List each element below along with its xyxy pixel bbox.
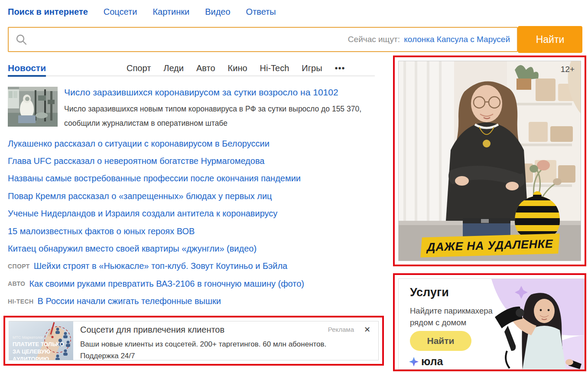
news-list-item: Лукашенко рассказал о ситуации с коронав… [8, 135, 375, 152]
news-list-item: 15 малоизвестных фактов о юных героях ВО… [8, 222, 375, 240]
bottom-ad-image-text-2: ЗА ЦЕЛЕВУЮ [13, 348, 51, 355]
tabs-more-button[interactable]: ••• [335, 63, 345, 73]
age-restriction-badge: 12+ [561, 65, 575, 74]
youla-find-button[interactable]: Найти [410, 331, 471, 351]
annotation-rectangle-youla-ad: Услуги Найдите парикмахера рядом с домом… [393, 273, 586, 371]
search-hint-query-link[interactable]: колонка Капсула с Марусей [404, 35, 510, 44]
bottom-ad-text-block: Соцсети для привлечения клиентов Ваши но… [80, 321, 378, 360]
lead-news-summary: Число заразившихся новым типом коронавир… [64, 102, 363, 131]
tab-news-active[interactable]: Новости [8, 63, 46, 73]
news-list-item: Ученые Нидерландов и Израиля создали ант… [8, 205, 375, 222]
news-list-item: Глава UFC рассказал о невероятном богатс… [8, 152, 375, 170]
beeline-ad-photo [399, 61, 581, 261]
tab-kino[interactable]: Кино [228, 63, 247, 73]
annotation-rectangle-beeline-ad: 12+ ДАЖЕ НА УДАЛЕНКЕ [393, 56, 586, 266]
close-icon[interactable]: ✕ [364, 325, 370, 334]
news-category-label: АВТО [8, 280, 25, 287]
lead-news-item: Число заразившихся коронавирусом за сутк… [8, 87, 375, 131]
youla-brand[interactable]: юла [409, 355, 443, 368]
ad-disclosure-label: Реклама [328, 326, 354, 333]
news-headline-link[interactable]: Ученые Нидерландов и Израиля создали ант… [8, 209, 277, 219]
nav-link-answers[interactable]: Ответы [246, 7, 276, 17]
tab-lady[interactable]: Леди [163, 63, 184, 73]
active-tab-indicator [8, 75, 46, 77]
nav-link-web-search[interactable]: Поиск в интернете [8, 7, 88, 17]
youla-brand-text: юла [421, 355, 443, 368]
bottom-ad-image-brand: МТС Маркетолог [13, 335, 43, 340]
search-trending-hint: Сейчас ищут: колонка Капсула с Марусей [348, 35, 510, 44]
bottom-ad-description-line1: Ваши новые клиенты из соцсетей. 200+ тар… [80, 338, 378, 350]
beeline-ribbon: ДАЖЕ НА УДАЛЕНКЕ [420, 234, 559, 258]
tab-hitech[interactable]: Hi-Tech [260, 63, 289, 73]
news-headline-link[interactable]: 15 малоизвестных фактов о юных героях ВО… [8, 226, 195, 236]
nav-link-social[interactable]: Соцсети [104, 7, 137, 17]
hospital-photo [8, 87, 58, 127]
news-list-item: СПОРТ Шейхи строят в «Ньюкасле» топ-клуб… [8, 258, 375, 275]
news-list-item: HI-TECH В России начали сжигать телефонн… [8, 293, 375, 310]
annotation-rectangle-bottom-ad: МТС Маркетолог ПЛАТИТЕ ТОЛЬКО ЗА ЦЕЛЕВУЮ… [3, 316, 384, 366]
youla-ad-subtitle: Найдите парикмахера рядом с домом [410, 305, 510, 328]
news-headline-link[interactable]: Китаец обнаружил вместо своей квартиры «… [8, 244, 257, 254]
news-tabs: Новости Спорт Леди Авто Кино Hi-Tech Игр… [8, 61, 375, 76]
search-submit-button[interactable]: Найти [518, 26, 582, 53]
lead-news-thumbnail[interactable] [8, 87, 58, 127]
news-list: Лукашенко рассказал о ситуации с коронав… [8, 135, 375, 310]
top-navigation: Поиск в интернете Соцсети Картинки Видео… [8, 7, 276, 17]
news-headline-link[interactable]: В России начали сжигать телефонные вышки [38, 296, 221, 306]
news-headline-link[interactable]: Как своими руками превратить ВАЗ-2106 в … [29, 279, 304, 289]
nav-link-video[interactable]: Видео [205, 7, 230, 17]
search-icon [16, 34, 27, 45]
bottom-ad-image-text-3: АУДИТОРИЮ [13, 356, 49, 360]
news-category-label: HI-TECH [8, 298, 34, 305]
youla-logo-icon [409, 357, 419, 366]
news-list-item: АВТО Как своими руками превратить ВАЗ-21… [8, 275, 375, 292]
bottom-ad-image[interactable]: МТС Маркетолог ПЛАТИТЕ ТОЛЬКО ЗА ЦЕЛЕВУЮ… [9, 321, 73, 360]
youla-ad-card[interactable]: Услуги Найдите парикмахера рядом с домом… [398, 278, 585, 370]
bottom-ad-description: Ваши новые клиенты из соцсетей. 200+ тар… [80, 338, 378, 360]
news-headline-link[interactable]: Глава UFC рассказал о невероятном богатс… [8, 156, 264, 166]
bottom-ad-card[interactable]: МТС Маркетолог ПЛАТИТЕ ТОЛЬКО ЗА ЦЕЛЕВУЮ… [9, 321, 379, 360]
lead-news-title[interactable]: Число заразившихся коронавирусом за сутк… [64, 87, 367, 98]
bottom-ad-description-line2: Поддержка 24/7 [80, 350, 378, 360]
news-headline-link[interactable]: Лукашенко рассказал о ситуации с коронав… [8, 139, 270, 149]
search-hint-label: Сейчас ищут: [348, 35, 400, 44]
news-headline-link[interactable]: Шейхи строят в «Ньюкасле» топ-клуб. Зову… [34, 261, 287, 271]
news-list-item: Повар Кремля рассказал о «запрещенных» б… [8, 187, 375, 205]
nav-link-images[interactable]: Картинки [153, 7, 189, 17]
youla-ad-title: Услуги [410, 286, 449, 299]
news-category-label: СПОРТ [8, 263, 30, 270]
news-headline-link[interactable]: Названы самые востребованные профессии п… [8, 173, 301, 183]
search-input[interactable] [31, 29, 354, 50]
news-list-item: Названы самые востребованные профессии п… [8, 170, 375, 187]
tab-sport[interactable]: Спорт [127, 63, 151, 73]
news-headline-link[interactable]: Повар Кремля рассказал о «запрещенных» б… [8, 191, 272, 201]
beeline-ad-banner[interactable]: 12+ ДАЖЕ НА УДАЛЕНКЕ [398, 61, 581, 261]
tab-auto[interactable]: Авто [196, 63, 215, 73]
search-bar[interactable]: Сейчас ищут: колонка Капсула с Марусей [8, 27, 518, 52]
bottom-ad-image-text-1: ПЛАТИТЕ ТОЛЬКО [13, 341, 64, 347]
tab-games[interactable]: Игры [302, 63, 322, 73]
lead-news-body: Число заразившихся коронавирусом за сутк… [64, 87, 367, 131]
beeline-ribbon-text: ДАЖЕ НА УДАЛЕНКЕ [427, 237, 553, 254]
news-list-item: Китаец обнаружил вместо своей квартиры «… [8, 240, 375, 257]
